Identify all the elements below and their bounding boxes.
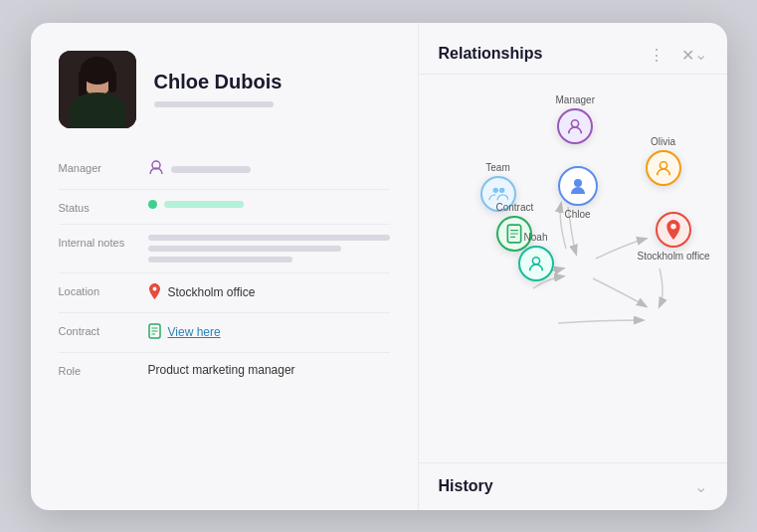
profile-name: Chloe Dubois bbox=[154, 71, 283, 93]
node-stockholm[interactable]: Stockholm office bbox=[638, 212, 710, 262]
node-olivia[interactable]: Olivia bbox=[646, 136, 681, 186]
chloe-circle bbox=[558, 166, 598, 206]
svg-point-21 bbox=[660, 161, 666, 168]
avatar-image bbox=[59, 51, 136, 128]
stockholm-circle bbox=[656, 212, 691, 248]
status-value bbox=[148, 200, 390, 209]
contract-node-label: Contract bbox=[496, 202, 534, 213]
svg-point-22 bbox=[532, 257, 539, 264]
location-label: Location bbox=[59, 283, 148, 297]
manager-field-row: Manager bbox=[59, 150, 390, 190]
close-button[interactable]: ✕ bbox=[677, 45, 699, 67]
profile-subtitle-bar bbox=[154, 101, 274, 107]
svg-point-15 bbox=[492, 187, 497, 192]
node-chloe[interactable]: Chloe bbox=[558, 166, 598, 220]
notes-field-row: Internal notes bbox=[59, 225, 390, 273]
location-pin-icon bbox=[148, 283, 161, 302]
noah-node-label: Noah bbox=[524, 232, 548, 243]
team-node-label: Team bbox=[485, 162, 509, 173]
contract-field-row: Contract View here bbox=[59, 313, 390, 353]
profile-name-area: Chloe Dubois bbox=[154, 71, 283, 107]
history-title: History bbox=[439, 477, 493, 495]
status-label: Status bbox=[59, 200, 148, 214]
olivia-node-label: Olivia bbox=[651, 136, 675, 147]
noah-circle bbox=[518, 246, 554, 281]
fields-section: Manager Status Internal notes bbox=[59, 150, 390, 387]
chloe-label: Chloe bbox=[564, 209, 590, 220]
note-line-2 bbox=[148, 246, 341, 252]
status-field-row: Status bbox=[59, 190, 390, 225]
location-field-row: Location Stockholm office bbox=[59, 273, 390, 313]
relationships-graph: Chloe Manager Team Contract bbox=[419, 75, 727, 462]
notes-label: Internal notes bbox=[59, 235, 148, 249]
status-dot bbox=[148, 200, 157, 209]
manager-node-label: Manager bbox=[556, 94, 595, 105]
svg-rect-5 bbox=[108, 71, 116, 92]
contract-value: View here bbox=[148, 323, 390, 342]
svg-point-6 bbox=[76, 100, 119, 128]
svg-point-14 bbox=[572, 119, 579, 126]
manager-icon bbox=[148, 160, 164, 179]
avatar bbox=[59, 51, 136, 128]
node-manager[interactable]: Manager bbox=[556, 94, 595, 144]
relationships-title: Relationships bbox=[439, 45, 543, 63]
contract-link[interactable]: View here bbox=[168, 325, 221, 339]
location-text: Stockholm office bbox=[168, 285, 256, 299]
manager-value bbox=[148, 160, 390, 179]
svg-rect-4 bbox=[79, 71, 87, 98]
svg-rect-7 bbox=[76, 100, 119, 128]
top-action-icons: ⋮ ✕ bbox=[646, 33, 713, 67]
right-panel: ⋮ ✕ Relationships ⌄ bbox=[419, 23, 727, 510]
contract-doc-icon bbox=[148, 323, 161, 342]
role-label: Role bbox=[59, 363, 148, 377]
note-line-3 bbox=[148, 257, 293, 263]
stockholm-node-label: Stockholm office bbox=[638, 251, 710, 262]
contract-label: Contract bbox=[59, 323, 148, 337]
node-noah[interactable]: Noah bbox=[518, 232, 554, 281]
history-section-header: History ⌄ bbox=[419, 462, 727, 510]
status-bar bbox=[164, 201, 244, 208]
left-panel: Chloe Dubois Manager Status bbox=[31, 23, 419, 510]
more-options-button[interactable]: ⋮ bbox=[646, 45, 667, 67]
svg-point-13 bbox=[574, 179, 582, 187]
history-chevron-icon[interactable]: ⌄ bbox=[694, 477, 707, 496]
profile-card: Chloe Dubois Manager Status bbox=[31, 23, 727, 510]
role-value: Product marketing manager bbox=[148, 363, 390, 377]
profile-header: Chloe Dubois bbox=[59, 51, 390, 128]
manager-circle bbox=[557, 108, 593, 144]
note-line-1 bbox=[148, 235, 390, 241]
olivia-circle bbox=[646, 150, 681, 186]
manager-bar bbox=[171, 166, 251, 173]
notes-value bbox=[148, 235, 390, 263]
manager-label: Manager bbox=[59, 160, 148, 174]
role-field-row: Role Product marketing manager bbox=[59, 353, 390, 387]
role-text: Product marketing manager bbox=[148, 363, 295, 377]
svg-point-16 bbox=[498, 187, 503, 192]
location-value: Stockholm office bbox=[148, 283, 390, 302]
